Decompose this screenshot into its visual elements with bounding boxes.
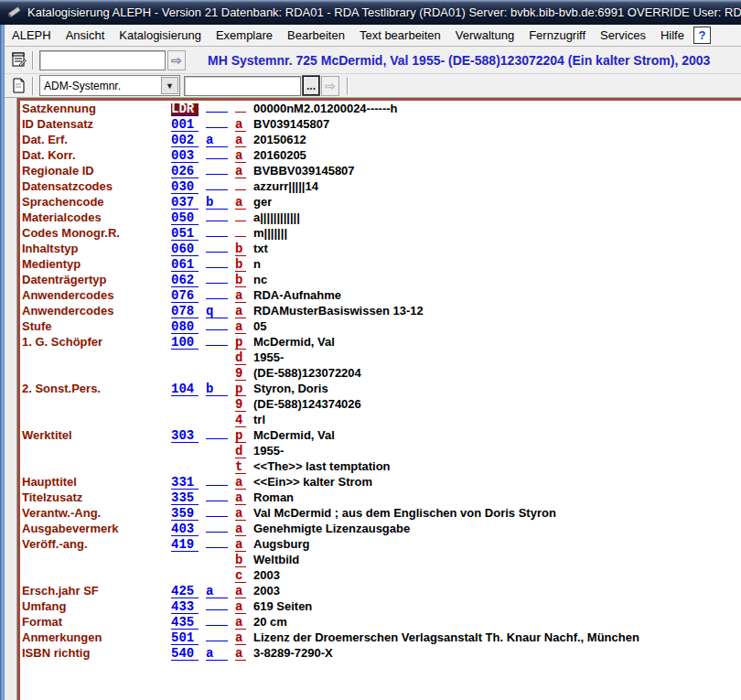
subfield-code[interactable] xyxy=(235,236,246,237)
field-indicators[interactable]: q xyxy=(206,306,228,318)
field-tag[interactable]: 050 xyxy=(171,212,199,225)
menu-item[interactable]: Hilfe xyxy=(653,27,692,44)
field-value[interactable]: 1955- xyxy=(253,444,284,458)
browse-button[interactable]: ... xyxy=(303,76,319,95)
subfield-code[interactable]: a xyxy=(235,617,246,630)
field-indicators[interactable] xyxy=(206,485,228,486)
subfield-code[interactable]: 9 xyxy=(235,368,246,381)
field-tag[interactable]: 419 xyxy=(171,539,199,552)
subfield-code[interactable]: a xyxy=(235,306,246,318)
field-tag[interactable]: 425 xyxy=(171,586,199,598)
subfield-code[interactable]: a xyxy=(235,523,246,536)
field-tag[interactable]: 001 xyxy=(171,119,199,132)
field-value[interactable]: ger xyxy=(253,195,272,209)
field-value[interactable]: BV039145807 xyxy=(253,117,329,131)
field-value[interactable]: Styron, Doris xyxy=(253,382,328,395)
document-icon[interactable] xyxy=(10,77,27,94)
field-indicators[interactable] xyxy=(206,329,228,330)
subfield-code[interactable]: a xyxy=(235,508,246,521)
search-type-dropdown[interactable]: ADM-Systemnr. ▼ xyxy=(39,75,180,96)
subfield-code[interactable]: t xyxy=(235,461,246,474)
field-value[interactable]: Val McDermid ; aus dem Englischen von Do… xyxy=(253,506,556,520)
menu-item[interactable]: Katalogisierung xyxy=(112,27,209,44)
subfield-code[interactable]: 9 xyxy=(235,399,246,412)
field-indicators[interactable] xyxy=(206,345,228,346)
subfield-code[interactable]: a xyxy=(235,150,246,163)
field-value[interactable]: 05 xyxy=(253,319,266,333)
field-value[interactable]: (DE-588)124374026 xyxy=(253,397,361,411)
menu-item[interactable]: Verwaltung xyxy=(448,27,521,44)
field-tag[interactable]: 435 xyxy=(171,617,199,630)
subfield-code[interactable]: p xyxy=(235,430,246,443)
subfield-code[interactable]: b xyxy=(235,275,246,287)
subfield-code[interactable]: p xyxy=(235,383,246,396)
field-indicators[interactable] xyxy=(206,174,228,175)
field-value[interactable]: 619 Seiten xyxy=(253,599,312,613)
field-value[interactable]: 20 cm xyxy=(253,615,287,629)
field-tag[interactable]: LDR xyxy=(171,103,199,116)
subfield-code[interactable]: a xyxy=(235,135,246,147)
menu-item[interactable]: Bearbeiten xyxy=(280,27,352,44)
menu-item[interactable]: Text bearbeiten xyxy=(352,27,448,44)
adm-number-input[interactable] xyxy=(184,76,301,96)
field-indicators[interactable] xyxy=(206,609,228,610)
subfield-code[interactable]: a xyxy=(235,492,246,505)
field-indicators[interactable] xyxy=(206,625,228,626)
subfield-code[interactable]: b xyxy=(235,259,246,272)
field-indicators[interactable] xyxy=(206,252,228,253)
subfield-code[interactable]: a xyxy=(235,290,246,303)
subfield-code[interactable]: d xyxy=(235,352,246,365)
field-tag[interactable]: 002 xyxy=(171,135,199,147)
go-arrow-button-disabled[interactable]: ⇨ xyxy=(321,76,339,96)
subfield-code[interactable]: 4 xyxy=(235,415,246,427)
field-value[interactable]: 1955- xyxy=(253,350,284,364)
field-tag[interactable]: 403 xyxy=(171,523,199,536)
system-number-input[interactable] xyxy=(39,50,166,70)
field-indicators[interactable] xyxy=(206,501,228,501)
field-value[interactable]: Augsburg xyxy=(253,537,309,551)
field-value[interactable]: RDA-Aufnahme xyxy=(253,288,341,302)
field-tag[interactable]: 037 xyxy=(171,197,199,210)
field-tag[interactable]: 335 xyxy=(171,492,199,505)
field-tag[interactable]: 078 xyxy=(171,306,199,318)
field-tag[interactable]: 501 xyxy=(171,632,199,645)
field-value[interactable]: m||||||| xyxy=(253,226,287,240)
subfield-code[interactable]: b xyxy=(235,243,246,256)
field-tag[interactable]: 331 xyxy=(171,477,199,490)
field-indicators[interactable] xyxy=(206,438,228,439)
field-value[interactable]: n xyxy=(253,257,261,271)
field-value[interactable]: BVBBV039145807 xyxy=(253,164,355,178)
help-icon[interactable]: ? xyxy=(693,27,711,44)
field-indicators[interactable]: a xyxy=(206,586,228,598)
field-indicators[interactable]: b xyxy=(206,383,228,396)
field-tag[interactable]: 080 xyxy=(171,321,199,334)
menu-item[interactable]: ALEPH xyxy=(5,27,59,44)
field-value[interactable]: McDermid, Val xyxy=(253,428,335,442)
field-value[interactable]: Genehmigte Lizenzausgabe xyxy=(253,522,410,535)
field-indicators[interactable]: b xyxy=(206,197,228,210)
field-indicators[interactable] xyxy=(206,112,228,113)
field-indicators[interactable] xyxy=(206,283,228,284)
field-value[interactable]: txt xyxy=(253,242,268,255)
field-tag[interactable]: 003 xyxy=(171,150,199,163)
subfield-code[interactable]: a xyxy=(235,648,246,661)
subfield-code[interactable]: c xyxy=(235,570,246,583)
subfield-code[interactable]: p xyxy=(235,337,246,350)
field-value[interactable]: Weltbild xyxy=(253,553,299,566)
field-tag[interactable]: 100 xyxy=(171,337,199,350)
subfield-code[interactable]: a xyxy=(235,321,246,334)
field-indicators[interactable] xyxy=(206,547,228,548)
field-value[interactable]: 20160205 xyxy=(253,148,306,162)
subfield-code[interactable] xyxy=(235,189,246,190)
field-indicators[interactable] xyxy=(206,158,228,159)
field-indicators[interactable] xyxy=(206,189,228,190)
field-tag[interactable]: 030 xyxy=(171,181,199,194)
field-value[interactable]: 2003 xyxy=(253,568,280,582)
field-value[interactable]: azzurr|||||14 xyxy=(253,179,318,193)
subfield-code[interactable]: a xyxy=(235,119,246,132)
subfield-code[interactable] xyxy=(235,221,246,221)
field-tag[interactable]: 433 xyxy=(171,601,199,614)
field-indicators[interactable] xyxy=(206,298,228,299)
field-indicators[interactable]: a xyxy=(206,648,228,661)
field-indicators[interactable] xyxy=(206,267,228,268)
